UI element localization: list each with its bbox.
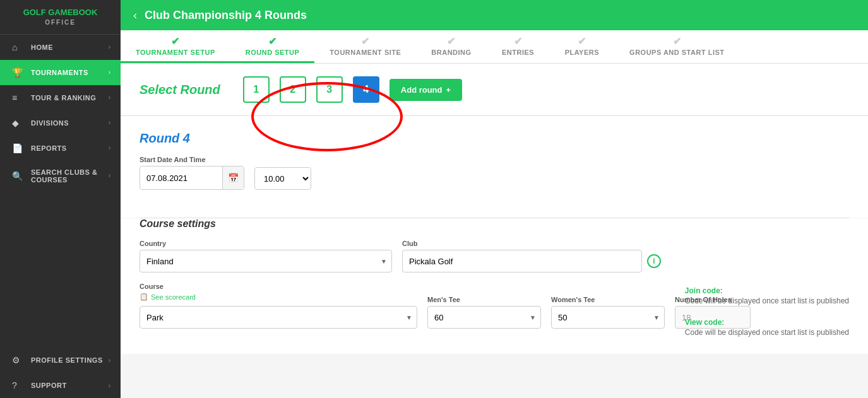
info-icon[interactable]: i bbox=[647, 254, 661, 268]
sidebar-item-profile-settings-label: PROFILE SETTINGS bbox=[31, 356, 109, 364]
tab-round-setup[interactable]: ✔ ROUND SETUP bbox=[230, 30, 315, 63]
tab-players-label: PLAYERS bbox=[565, 49, 599, 56]
checkmark-icon: ✔ bbox=[578, 35, 586, 47]
time-select[interactable]: 10.00 10.30 11.00 bbox=[254, 167, 311, 190]
womens-tee-label: Women's Tee bbox=[551, 296, 665, 303]
round-details: Round 4 Start Date And Time 📅 10.00 10.3 bbox=[121, 116, 868, 218]
checkmark-icon: ✔ bbox=[268, 35, 277, 47]
chevron-right-icon: › bbox=[109, 44, 110, 50]
checkmark-icon: ✔ bbox=[171, 35, 180, 47]
diamond-icon: ◆ bbox=[12, 118, 25, 128]
sidebar-item-tournaments[interactable]: 🏆 TOURNAMENTS › bbox=[0, 60, 121, 85]
search-icon: 🔍 bbox=[12, 171, 25, 181]
codes-section: Join code: Code will be displayed once s… bbox=[685, 286, 849, 349]
sidebar-item-search-clubs[interactable]: 🔍 SEARCH CLUBS & COURSES › bbox=[0, 161, 121, 191]
main-content: ‹ Club Championship 4 Rounds ✔ TOURNAMEN… bbox=[121, 0, 868, 398]
join-code-value: Code will be displayed once start list i… bbox=[685, 296, 849, 305]
gear-icon: ⚙ bbox=[12, 355, 25, 365]
tab-branding-label: BRANDING bbox=[431, 49, 471, 56]
scorecard-link-text: See scorecard bbox=[151, 293, 196, 301]
round-selector: Select Round 1 2 3 4 Add round + bbox=[121, 64, 868, 116]
checkmark-icon: ✔ bbox=[514, 35, 523, 47]
sidebar-item-reports-label: REPORTS bbox=[31, 144, 109, 152]
checkmark-icon: ✔ bbox=[673, 35, 682, 47]
womens-tee-select-wrapper: 50 60 ▼ bbox=[551, 306, 665, 329]
scorecard-link[interactable]: 📋 See scorecard bbox=[140, 293, 417, 301]
tab-tournament-site[interactable]: ✔ TOURNAMENT SITE bbox=[314, 30, 416, 63]
mens-tee-label: Men's Tee bbox=[427, 296, 541, 303]
course-select[interactable]: Park Forest bbox=[140, 306, 417, 329]
womens-tee-select[interactable]: 50 60 bbox=[551, 306, 665, 329]
trophy-icon: 🏆 bbox=[12, 67, 25, 78]
view-code-value: Code will be displayed once start list i… bbox=[685, 328, 849, 337]
checkmark-icon: ✔ bbox=[447, 35, 456, 47]
tab-tournament-site-label: TOURNAMENT SITE bbox=[330, 49, 401, 56]
select-round-label: Select Round bbox=[140, 83, 220, 97]
logo: GOLF GAMEBOOK OFFICE bbox=[0, 0, 121, 35]
mens-tee-group: Men's Tee 60 70 ▼ bbox=[427, 296, 541, 329]
club-group: Club i bbox=[402, 240, 661, 272]
sidebar-item-home-label: HOME bbox=[31, 44, 109, 51]
chevron-right-icon: › bbox=[109, 119, 110, 126]
sidebar: GOLF GAMEBOOK OFFICE ⌂ HOME › 🏆 TOURNAME… bbox=[0, 0, 121, 398]
sidebar-item-home[interactable]: ⌂ HOME › bbox=[0, 35, 121, 60]
date-time-row: Start Date And Time 📅 10.00 10.30 11.00 bbox=[140, 156, 849, 190]
tab-groups-start-list[interactable]: ✔ GROUPS AND START LIST bbox=[614, 30, 739, 63]
view-code-item: View code: Code will be displayed once s… bbox=[685, 318, 849, 337]
round-1-button[interactable]: 1 bbox=[243, 76, 270, 103]
round-4-button[interactable]: 4 bbox=[353, 76, 379, 103]
sidebar-item-divisions[interactable]: ◆ DIVISIONS › bbox=[0, 110, 121, 136]
womens-tee-group: Women's Tee 50 60 ▼ bbox=[551, 296, 665, 329]
add-round-button[interactable]: Add round + bbox=[389, 79, 462, 101]
tab-branding[interactable]: ✔ BRANDING bbox=[416, 30, 486, 63]
tab-players[interactable]: ✔ PLAYERS bbox=[550, 30, 614, 63]
club-input[interactable] bbox=[402, 250, 642, 272]
tabs-nav: ✔ TOURNAMENT SETUP ✔ ROUND SETUP ✔ TOURN… bbox=[121, 30, 868, 64]
sidebar-item-divisions-label: DIVISIONS bbox=[31, 119, 109, 127]
course-label: Course bbox=[140, 283, 417, 290]
sidebar-item-profile-settings[interactable]: ⚙ PROFILE SETTINGS › bbox=[0, 348, 121, 373]
sidebar-item-tour-ranking[interactable]: ≡ TOUR & RANKING › bbox=[0, 85, 121, 110]
club-label: Club bbox=[402, 240, 661, 247]
calendar-icon[interactable]: 📅 bbox=[222, 167, 244, 189]
tab-entries-label: ENTRIES bbox=[502, 49, 534, 56]
round-3-button[interactable]: 3 bbox=[316, 76, 343, 103]
tab-round-setup-label: ROUND SETUP bbox=[246, 49, 300, 56]
join-code-label: Join code: bbox=[685, 286, 849, 295]
scorecard-icon: 📋 bbox=[140, 293, 148, 301]
sidebar-item-support-label: SUPPORT bbox=[31, 382, 109, 389]
round-details-wrapper: Round 4 Start Date And Time 📅 10.00 10.3 bbox=[121, 116, 868, 354]
chevron-right-icon: › bbox=[109, 69, 110, 76]
page-title: Club Championship 4 Rounds bbox=[145, 9, 307, 22]
date-group: Start Date And Time 📅 bbox=[140, 156, 244, 190]
round-2-button[interactable]: 2 bbox=[280, 76, 306, 103]
sidebar-item-support[interactable]: ? SUPPORT › bbox=[0, 373, 121, 398]
country-select[interactable]: Finland Sweden Norway bbox=[140, 250, 392, 272]
tab-groups-start-list-label: GROUPS AND START LIST bbox=[629, 49, 724, 56]
sidebar-item-tour-ranking-label: TOUR & RANKING bbox=[31, 94, 109, 102]
country-club-row: Country Finland Sweden Norway ▼ Club bbox=[140, 240, 849, 272]
sidebar-item-reports[interactable]: 📄 REPORTS › bbox=[0, 136, 121, 161]
country-group: Country Finland Sweden Norway ▼ bbox=[140, 240, 392, 272]
round-title: Round 4 bbox=[140, 131, 849, 146]
date-input-wrapper: 📅 bbox=[140, 166, 244, 190]
tab-entries[interactable]: ✔ ENTRIES bbox=[487, 30, 550, 63]
view-code-label: View code: bbox=[685, 318, 849, 327]
country-select-wrapper: Finland Sweden Norway ▼ bbox=[140, 250, 392, 272]
course-group: Course 📋 See scorecard Park Forest ▼ bbox=[140, 283, 417, 329]
tab-tournament-setup[interactable]: ✔ TOURNAMENT SETUP bbox=[121, 30, 230, 63]
chevron-right-icon: › bbox=[109, 382, 110, 389]
chevron-right-icon: › bbox=[109, 357, 110, 364]
mens-tee-select[interactable]: 60 70 bbox=[427, 306, 541, 329]
tab-tournament-setup-label: TOURNAMENT SETUP bbox=[136, 49, 215, 56]
sidebar-item-tournaments-label: TOURNAMENTS bbox=[31, 69, 109, 76]
date-input[interactable] bbox=[140, 167, 222, 189]
home-icon: ⌂ bbox=[12, 42, 25, 52]
chevron-right-icon: › bbox=[109, 144, 110, 151]
chevron-right-icon: › bbox=[109, 172, 110, 179]
chevron-right-icon: › bbox=[109, 94, 110, 101]
country-label: Country bbox=[140, 240, 392, 247]
plus-icon: + bbox=[446, 85, 451, 95]
back-button[interactable]: ‹ bbox=[133, 9, 137, 22]
join-code-item: Join code: Code will be displayed once s… bbox=[685, 286, 849, 305]
